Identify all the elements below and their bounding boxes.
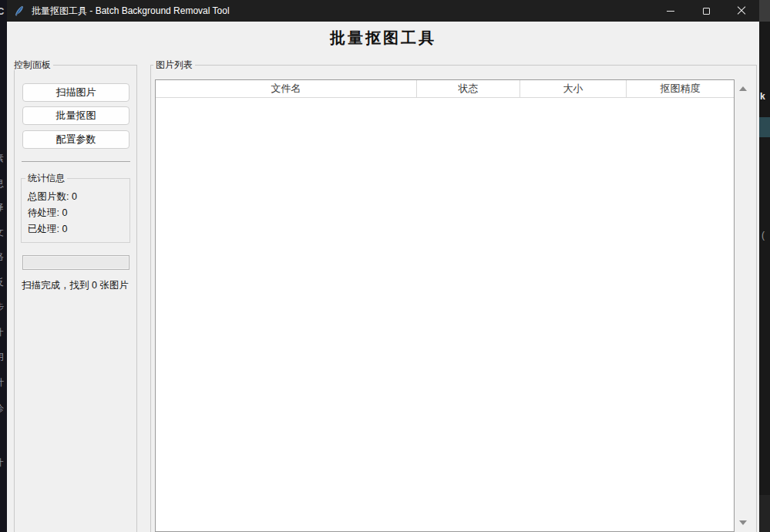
status-text: 扫描完成，找到 0 张图片 [22,279,129,292]
background-window-left-strip: C 素 息 择 文 络 反 步 什 用 计 诊 什 [0,0,7,532]
background-block [759,117,770,137]
background-glyph: 络 [0,251,7,264]
background-glyph: 息 [0,177,7,190]
background-glyph: 什 [0,456,7,470]
separator [22,161,130,162]
batch-cutout-button[interactable]: 批量抠图 [22,106,129,125]
background-glyph: 步 [0,301,7,314]
background-window-right-strip: k ( [759,0,770,532]
background-glyph-column: 素 息 择 文 络 反 步 什 用 计 诊 什 [0,0,7,532]
triangle-down-icon [739,520,747,525]
column-header-size[interactable]: 大小 [520,80,627,97]
background-glyph: 素 [0,152,7,165]
minimize-icon [667,11,674,12]
background-glyph: 什 [0,326,7,339]
scrollbar-down-button[interactable] [736,516,749,529]
background-glyph: 计 [0,376,7,389]
close-button[interactable] [724,0,759,22]
titlebar: 批量抠图工具 - Batch Background Removal Tool [7,0,759,22]
config-params-button[interactable]: 配置参数 [22,130,129,149]
table-body-empty[interactable] [156,98,734,531]
background-glyph: 用 [0,351,7,364]
background-glyph: 诊 [0,402,7,416]
stat-pending: 待处理: 0 [28,205,77,221]
scan-images-button[interactable]: 扫描图片 [22,83,129,102]
column-header-status[interactable]: 状态 [417,80,520,97]
column-header-filename[interactable]: 文件名 [156,80,417,97]
stat-total-images: 总图片数: 0 [28,189,77,205]
background-glyph: k [760,91,765,102]
python-feather-icon [13,5,25,17]
progress-bar [22,255,129,270]
background-block [759,0,770,22]
close-icon [737,6,746,15]
image-list-label: 图片列表 [153,59,195,70]
background-glyph: 文 [0,226,7,239]
statistics-items: 总图片数: 0 待处理: 0 已处理: 0 [28,189,77,237]
minimize-button[interactable] [653,0,688,22]
window-title: 批量抠图工具 - Batch Background Removal Tool [32,5,653,18]
control-panel-label: 控制面板 [12,59,53,70]
maximize-icon [703,8,710,15]
background-block [759,495,770,532]
table-header-row: 文件名 状态 大小 抠图精度 [156,80,734,98]
maximize-button[interactable] [688,0,724,22]
page-title: 批量抠图工具 [7,28,759,49]
vertical-scrollbar[interactable] [736,80,749,530]
screen: C 素 息 择 文 络 反 步 什 用 计 诊 什 k ( 批 [0,0,770,532]
triangle-up-icon [739,86,747,91]
background-glyph: ( [762,230,765,241]
background-glyph: 反 [0,276,7,289]
image-list-table: 文件名 状态 大小 抠图精度 [155,79,735,532]
statistics-label: 统计信息 [25,173,67,184]
stat-processed: 已处理: 0 [28,221,77,237]
scrollbar-up-button[interactable] [736,82,749,95]
app-window: 批量抠图工具 - Batch Background Removal Tool 批… [7,0,759,532]
background-glyph: 择 [0,201,7,214]
column-header-precision[interactable]: 抠图精度 [627,80,734,97]
